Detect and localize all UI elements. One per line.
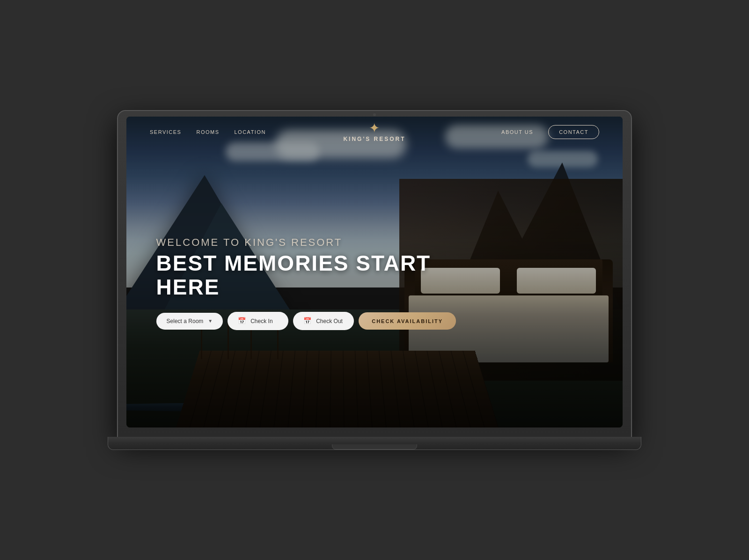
nav-item-services[interactable]: SERVICES xyxy=(150,129,181,135)
checkin-calendar-icon: 📅 xyxy=(238,317,246,325)
select-room-field[interactable]: Select a Room ▼ xyxy=(156,313,223,330)
nav-item-location[interactable]: LOCATION xyxy=(235,129,266,135)
nav-left: SERVICES ROOMS LOCATION xyxy=(150,129,266,135)
page-wrapper: SERVICES ROOMS LOCATION ✦ KING'S RESORT … xyxy=(117,97,632,463)
nav-item-about[interactable]: ABOUT US xyxy=(501,129,533,135)
laptop-base xyxy=(108,437,641,450)
welcome-text: WELCOME TO KING'S RESORT xyxy=(156,236,464,249)
checkin-label: Check In xyxy=(250,318,272,324)
laptop-body: SERVICES ROOMS LOCATION ✦ KING'S RESORT … xyxy=(117,110,632,438)
checkin-field[interactable]: 📅 Check In xyxy=(228,312,288,330)
booking-bar: Select a Room ▼ 📅 Check In 📅 xyxy=(156,312,464,330)
nav-right: ABOUT US CONTACT xyxy=(501,125,599,139)
checkout-calendar-icon: 📅 xyxy=(303,317,311,325)
check-availability-button[interactable]: CHECK AVAILABILITY xyxy=(359,312,456,330)
checkout-field[interactable]: 📅 Check Out xyxy=(293,312,354,330)
hero-section: WELCOME TO KING'S RESORT BEST MEMORIES S… xyxy=(126,117,623,427)
contact-button[interactable]: CONTACT xyxy=(548,125,599,139)
hero-content: WELCOME TO KING'S RESORT BEST MEMORIES S… xyxy=(156,236,464,330)
nav-center: ✦ KING'S RESORT xyxy=(343,122,405,142)
laptop-wrapper: SERVICES ROOMS LOCATION ✦ KING'S RESORT … xyxy=(117,97,632,463)
check-availability-label: CHECK AVAILABILITY xyxy=(372,318,443,324)
logo-text: KING'S RESORT xyxy=(343,136,405,142)
screen-bezel: SERVICES ROOMS LOCATION ✦ KING'S RESORT … xyxy=(126,117,623,427)
nav-item-rooms[interactable]: ROOMS xyxy=(196,129,219,135)
checkout-label: Check Out xyxy=(316,318,343,324)
dropdown-arrow-icon: ▼ xyxy=(208,318,213,324)
select-room-label: Select a Room xyxy=(167,318,204,324)
headline-text: BEST MEMORIES START HERE xyxy=(156,251,464,299)
website: SERVICES ROOMS LOCATION ✦ KING'S RESORT … xyxy=(126,117,623,427)
camera-dot xyxy=(373,113,376,116)
logo-star-icon: ✦ xyxy=(369,122,380,135)
navbar: SERVICES ROOMS LOCATION ✦ KING'S RESORT … xyxy=(126,117,623,147)
